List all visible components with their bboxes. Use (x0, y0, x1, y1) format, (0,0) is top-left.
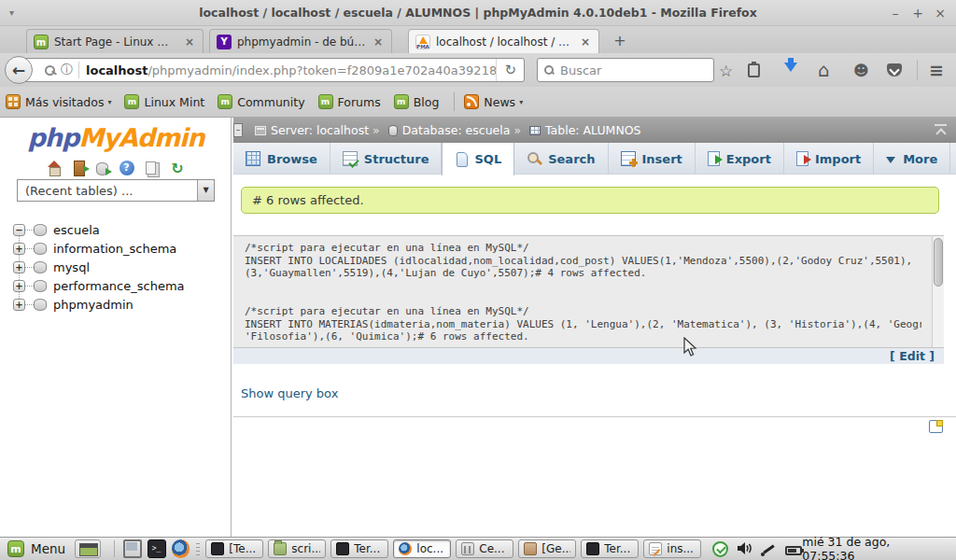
sql-line: INSERT INTO MATERIAS(idmateria,nom_mater… (245, 318, 921, 331)
search-input[interactable] (560, 63, 707, 77)
sql-window-icon[interactable] (96, 162, 108, 175)
pma-home-icon[interactable] (47, 161, 63, 176)
database-label[interactable]: information_schema (53, 242, 176, 256)
recent-tables-select[interactable]: (Recent tables) ... ▼ (17, 179, 215, 202)
breadcrumb-database[interactable]: Database: escuela (402, 123, 511, 137)
taskbar-window-terminal2[interactable]: Ter... (330, 539, 388, 558)
taskbar-window-firefox-localhost[interactable]: loc... (393, 539, 451, 558)
edit-link[interactable]: [ Edit ] (890, 349, 935, 363)
taskbar-window-scripts-folder[interactable]: scri... (268, 539, 326, 558)
maximize-button[interactable]: + (909, 5, 926, 21)
scrollbar-thumb[interactable] (934, 238, 943, 287)
expand-plus-icon[interactable]: + (13, 299, 25, 311)
downloads-icon[interactable] (784, 63, 797, 72)
tab-export[interactable]: Export (696, 143, 784, 175)
tab-close-icon[interactable]: × (372, 35, 385, 49)
bookmark-blog[interactable]: m Blog (394, 94, 440, 109)
tree-item-information-schema[interactable]: + information_schema (0, 239, 232, 258)
select-dropdown-icon[interactable]: ▼ (197, 180, 214, 201)
bookmark-linux-mint[interactable]: m Linux Mint (124, 94, 204, 109)
sql-scrollbar[interactable] (932, 236, 944, 347)
phpmyadmin-logo[interactable]: phpMyAdmin (0, 123, 232, 152)
refresh-icon[interactable]: ↻ (170, 161, 186, 176)
breadcrumb-table[interactable]: Table: ALUMNOS (545, 123, 640, 137)
tree-item-mysql[interactable]: + mysql (0, 258, 232, 276)
tab-structure[interactable]: Structure (330, 143, 443, 175)
update-shield-icon[interactable] (712, 541, 728, 557)
firefox-icon (399, 542, 412, 555)
collapse-expander-icon[interactable]: − (13, 224, 25, 236)
browser-tab-start-page[interactable]: m Start Page - Linux Mint × (26, 29, 204, 53)
battery-icon[interactable] (785, 546, 802, 555)
database-label[interactable]: performance_schema (53, 279, 185, 293)
tab-import[interactable]: Import (784, 143, 874, 175)
window-title: localhost / localhost / escuela / ALUMNO… (0, 6, 956, 20)
expand-plus-icon[interactable]: + (13, 243, 25, 255)
show-query-box-link[interactable]: Show query box (241, 386, 338, 400)
bookmark-star-icon[interactable]: ☆ (719, 62, 733, 80)
bookmark-community[interactable]: m Community (218, 94, 304, 109)
tree-item-performance-schema[interactable]: + performance_schema (0, 276, 232, 295)
bookmark-most-visited[interactable]: Más visitados ▾ (6, 94, 111, 109)
browser-search-box[interactable] (537, 58, 714, 82)
info-icon[interactable]: ⓘ (61, 62, 73, 78)
collapse-panel-icon[interactable] (935, 124, 947, 136)
logout-icon[interactable] (74, 161, 85, 176)
back-button[interactable]: ← (5, 56, 33, 84)
export-icon (708, 151, 720, 166)
terminal-launcher-icon[interactable]: >_ (148, 539, 166, 558)
tab-search[interactable]: Search (514, 143, 608, 175)
menu-hamburger-icon[interactable]: ≡ (929, 60, 944, 80)
browser-tab-yahoo-search[interactable]: Y phpmyadmin - de búsque... × (209, 29, 392, 53)
database-label[interactable]: mysql (53, 260, 90, 274)
linuxmint-logo-icon: m (7, 540, 24, 557)
help-icon[interactable]: ? (120, 161, 134, 175)
bookmark-forums[interactable]: m Forums (318, 94, 381, 109)
mint-menu-button[interactable]: m Menu (0, 538, 75, 560)
taskbar-window-terminal1[interactable]: [Te... (205, 539, 263, 558)
home-icon[interactable]: ⌂ (818, 59, 830, 81)
taskbar-window-settings[interactable]: Ce... (456, 539, 513, 558)
feedback-smiley-icon[interactable]: ☻ (853, 62, 869, 79)
tree-item-phpmyadmin[interactable]: + phpmyadmin (0, 295, 232, 314)
tab-browse[interactable]: Browse (233, 143, 330, 175)
expand-plus-icon[interactable]: + (13, 261, 25, 273)
taskbar-window-package[interactable]: [Ge... (518, 539, 576, 558)
key-icon[interactable] (44, 63, 57, 77)
tab-more[interactable]: More (874, 143, 950, 175)
url-text[interactable]: localhost/phpmyadmin/index.php?token=f28… (86, 63, 496, 77)
brush-icon[interactable] (761, 541, 777, 557)
display-launcher-icon[interactable] (123, 539, 142, 558)
browser-tab-phpmyadmin[interactable]: PMA localhost / localhost / esc... × (408, 29, 599, 53)
tab-insert[interactable]: Insert (609, 143, 696, 175)
reload-icon[interactable]: ↻ (496, 59, 524, 81)
breadcrumb-server[interactable]: Server: localhost (271, 123, 369, 137)
most-visited-icon (6, 94, 21, 109)
firefox-launcher-icon[interactable] (172, 539, 190, 558)
nav-collapse-handle[interactable]: – (233, 123, 243, 137)
documentation-icon[interactable] (146, 161, 156, 175)
show-desktop-button[interactable] (75, 539, 101, 558)
taskbar-window-text-editor[interactable]: ins... (643, 539, 701, 558)
expand-plus-icon[interactable]: + (13, 280, 25, 292)
volume-icon[interactable] (737, 541, 752, 557)
bookmarks-list-icon[interactable] (748, 63, 760, 77)
tree-dash (25, 304, 34, 305)
logo-myadmin: MyAdmin (78, 123, 204, 152)
bookmark-news[interactable]: News ▾ (464, 94, 523, 109)
new-tab-button[interactable]: + (609, 31, 631, 51)
open-new-window-icon[interactable] (929, 420, 943, 433)
window-label: Ter... (604, 542, 630, 555)
pma-navigation-panel: phpMyAdmin ? ↻ (Recent tables) ... ▼ − e… (0, 118, 232, 537)
taskbar-window-terminal3[interactable]: Ter... (581, 539, 639, 558)
url-bar[interactable]: ⓘ localhost/phpmyadmin/index.php?token=f… (21, 58, 525, 82)
tab-close-icon[interactable]: × (183, 35, 196, 49)
clock[interactable]: mié 31 de ago, 07:55:36 (802, 535, 956, 560)
database-label[interactable]: phpmyadmin (53, 298, 134, 312)
minimize-button[interactable]: – (887, 5, 904, 21)
tree-item-escuela[interactable]: − escuela (0, 220, 232, 239)
tab-close-icon[interactable]: × (579, 35, 592, 49)
close-button[interactable]: × (932, 5, 949, 21)
database-label[interactable]: escuela (53, 223, 100, 237)
tab-sql[interactable]: SQL (442, 143, 514, 175)
